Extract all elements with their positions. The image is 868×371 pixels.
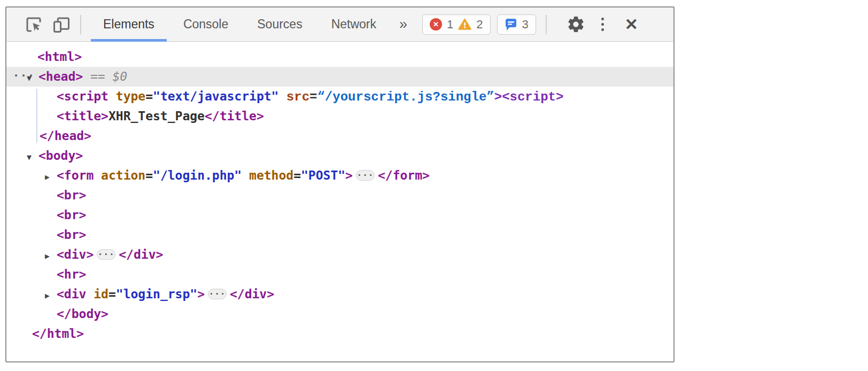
syntax-tag: <div> (57, 248, 94, 261)
syntax-tag: </html> (32, 327, 84, 341)
syntax-val: "POST" (301, 168, 345, 182)
syntax-tag: <br> (57, 188, 86, 202)
syntax-tag: <br> (57, 228, 86, 242)
expander-right-icon[interactable]: ▶ (45, 246, 57, 266)
syntax-punct: = (293, 168, 301, 182)
tab-elements[interactable]: Elements (89, 7, 169, 42)
dom-node-row[interactable]: ▶<form action="/login.php" method="POST"… (6, 166, 673, 186)
error-icon: ✕ (430, 18, 442, 30)
syntax-tag: </form> (378, 168, 430, 182)
syntax-pattr: src (278, 90, 309, 104)
devtools-toolbar: Elements Console Sources Network » ✕ 1 2 (6, 7, 673, 42)
panel-tabs: Elements Console Sources Network (89, 7, 391, 42)
syntax-val: "text/javascript" (153, 89, 278, 103)
ellipsis-button[interactable]: ··· (97, 249, 115, 260)
syntax-attr: type (108, 89, 145, 103)
toolbar-divider (546, 15, 547, 34)
expander-right-icon[interactable]: ▶ (45, 167, 57, 187)
syntax-tag: <hr> (57, 267, 86, 281)
error-count: 1 (447, 18, 453, 32)
dom-node-row[interactable]: <script type="text/javascript" src=“/you… (6, 87, 673, 106)
syntax-ann: == $0 (83, 69, 127, 83)
syntax-tag: > (197, 287, 205, 301)
syntax-tag: <div (57, 287, 86, 301)
messages-badge[interactable]: 3 (497, 14, 536, 35)
syntax-pval: “/yourscript.js?single” (317, 90, 494, 104)
devtools-window: Elements Console Sources Network » ✕ 1 2 (5, 6, 675, 362)
syntax-punct: = (145, 89, 153, 103)
dom-node-row[interactable]: </html> (6, 324, 673, 344)
syntax-tag: <script (57, 89, 108, 103)
warning-count: 2 (476, 18, 483, 32)
syntax-tag: </head> (40, 129, 91, 143)
syntax-val: "login_rsp" (116, 287, 197, 301)
syntax-tag: </div> (119, 248, 163, 261)
syntax-tag: <html> (37, 50, 82, 64)
tab-sources[interactable]: Sources (243, 7, 316, 42)
syntax-ptag: ><script> (494, 90, 564, 104)
expander-right-icon[interactable]: ▶ (45, 286, 57, 306)
syntax-tag: </body> (57, 307, 108, 321)
syntax-tag: <head> (38, 69, 83, 83)
syntax-val: "/login.php" (153, 168, 242, 182)
syntax-text: XHR_Test_Page (108, 109, 205, 123)
syntax-tag: </div> (230, 287, 274, 301)
dom-node-row[interactable]: ▼<body> (6, 146, 673, 166)
ellipsis-button[interactable]: ··· (208, 289, 227, 299)
dom-node-row[interactable]: ···▼<head> == $0 (6, 67, 673, 87)
dom-node-row[interactable]: <html> (6, 47, 673, 67)
ellipsis-button[interactable]: ··· (356, 170, 375, 181)
errors-warnings-badge[interactable]: ✕ 1 2 (422, 14, 491, 35)
gear-icon[interactable] (565, 13, 587, 36)
message-count: 3 (522, 18, 529, 32)
expander-down-icon[interactable]: ▼ (27, 148, 38, 167)
dom-node-row[interactable]: <br> (6, 205, 673, 225)
dom-node-row[interactable]: <hr> (6, 265, 673, 284)
dom-node-row[interactable]: </head> (6, 126, 673, 146)
more-tabs-chevron-icon[interactable]: » (391, 16, 416, 33)
overflow-dots: ··· (13, 66, 35, 86)
syntax-attr: method (242, 168, 293, 182)
syntax-punct: = (145, 168, 153, 182)
syntax-attr: action (94, 168, 145, 182)
close-icon[interactable]: ✕ (625, 15, 638, 34)
warning-icon (458, 18, 471, 30)
message-icon (505, 18, 517, 31)
device-toolbar-icon[interactable] (50, 13, 73, 36)
syntax-punct: = (108, 287, 116, 301)
syntax-tag: > (345, 168, 353, 182)
dom-node-row[interactable]: ▶<div id="login_rsp">···</div> (6, 284, 673, 304)
dom-node-row[interactable]: <br> (6, 186, 673, 205)
toolbar-divider (80, 15, 81, 34)
syntax-tag: <title> (57, 109, 108, 123)
kebab-menu-icon[interactable] (595, 18, 611, 31)
syntax-attr: id (86, 287, 108, 301)
tab-network[interactable]: Network (317, 7, 391, 42)
syntax-ppunct: = (309, 90, 317, 104)
dom-tree: <html>···▼<head> == $0<script type="text… (6, 42, 673, 344)
syntax-tag: <body> (38, 149, 83, 163)
dom-node-row[interactable]: <br> (6, 225, 673, 245)
inspect-element-icon[interactable] (22, 13, 45, 36)
syntax-tag: <br> (57, 208, 86, 222)
syntax-tag: </title> (205, 109, 264, 123)
dom-node-row[interactable]: ▶<div>···</div> (6, 245, 673, 265)
dom-node-row[interactable]: </body> (6, 304, 673, 324)
dom-node-row[interactable]: <title>XHR_Test_Page</title> (6, 106, 673, 126)
tab-console[interactable]: Console (169, 7, 243, 42)
syntax-tag: <form (57, 168, 94, 182)
